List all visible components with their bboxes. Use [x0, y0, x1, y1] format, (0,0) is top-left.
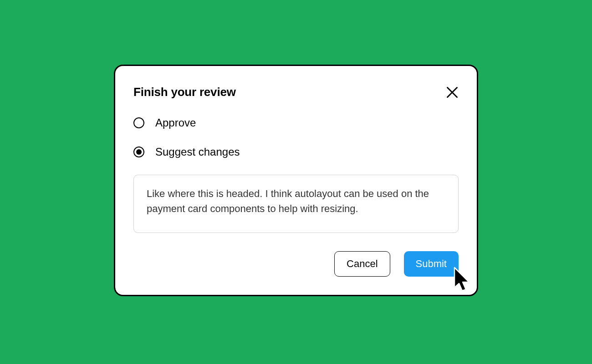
radio-label: Suggest changes: [155, 146, 240, 158]
radio-label: Approve: [155, 116, 196, 129]
submit-button[interactable]: Submit: [404, 251, 459, 277]
radio-icon: [133, 117, 144, 128]
close-icon: [446, 86, 459, 99]
cancel-button[interactable]: Cancel: [334, 251, 390, 277]
review-dialog: Finish your review Approve Suggest chang…: [114, 65, 478, 296]
review-type-radio-group: Approve Suggest changes: [133, 116, 459, 158]
dialog-header: Finish your review: [133, 85, 459, 99]
radio-icon: [133, 147, 144, 157]
dialog-title: Finish your review: [133, 85, 236, 99]
radio-option-suggest-changes[interactable]: Suggest changes: [133, 146, 459, 158]
dialog-button-row: Cancel Submit: [133, 251, 459, 277]
review-comment-input[interactable]: [133, 175, 459, 233]
radio-option-approve[interactable]: Approve: [133, 116, 459, 129]
close-button[interactable]: [446, 86, 459, 99]
